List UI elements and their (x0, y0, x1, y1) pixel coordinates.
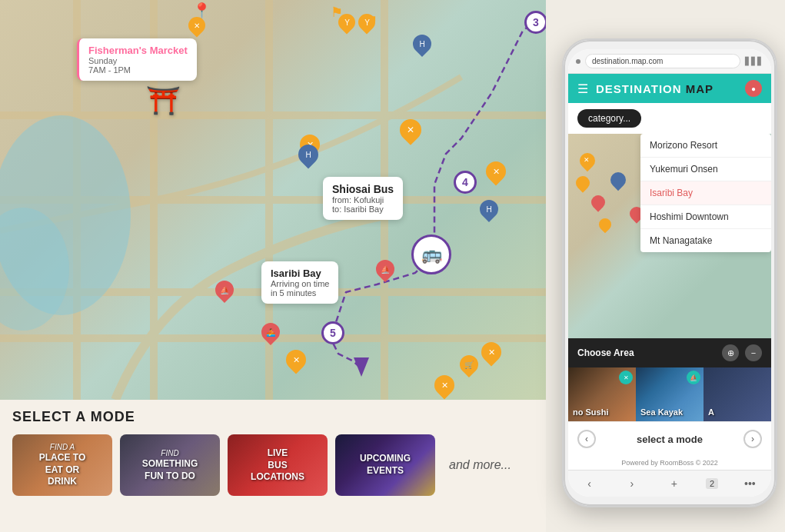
shiosai-title: Shiosai Bus (332, 183, 394, 195)
browser-add-btn[interactable]: + (664, 475, 685, 492)
dropdown-item-morizono[interactable]: Morizono Resort (640, 134, 771, 158)
browser-signal-bars: ▋▋▋ (745, 57, 763, 65)
choose-area-bar: Choose Area ⊕ − (568, 338, 771, 367)
target-icon[interactable]: ⊕ (722, 344, 739, 361)
svg-point-8 (0, 115, 131, 315)
isaribi-sub2: in 5 minutes (271, 288, 329, 298)
app-title-map: MAP (682, 82, 714, 95)
phone-screen: destination.map.com ▋▋▋ ☰ DESTINATION MA… (568, 49, 771, 497)
sushi-label: no Sushi (573, 407, 608, 417)
kayak-label: Sea Kayak (640, 407, 683, 417)
browser-url[interactable]: destination.map.com (585, 54, 740, 68)
mode-card-events[interactable]: UPCOMINGEVENTS (335, 434, 435, 496)
thumb-sushi[interactable]: no Sushi ✕ (568, 367, 636, 421)
map-pin-shop: 🛒 (456, 351, 482, 377)
select-mode-text: select a mode (637, 434, 703, 445)
isaribi-popup: Isaribi Bay Arriving on time in 5 minute… (261, 261, 338, 304)
map-background: ⛩️ Fisherman's Marcket Sunday 7AM - 1PM … (0, 0, 546, 400)
dropdown-item-mt[interactable]: Mt Nanagatake (640, 229, 771, 252)
shiosai-to: to: Isaribi Bay (332, 204, 394, 214)
phone-pin-1: ✕ (577, 150, 598, 171)
route-number-3: 3 (524, 11, 546, 34)
phone-nav-bar: ‹ › + 2 ••• (568, 470, 771, 497)
card-events-label: UPCOMINGEVENTS (360, 453, 411, 477)
svg-marker-10 (354, 357, 369, 377)
map-pin-boat2: ⛵ (372, 256, 398, 282)
select-mode-title: SELECT A MODE (12, 409, 534, 425)
map-pin-food6: ✕ (431, 371, 459, 400)
phone-map: ✕ 🛒 Morizono Resort Yukemuri Onsen Isari… (568, 134, 771, 338)
phone-mockup: destination.map.com ▋▋▋ ☰ DESTINATION MA… (562, 38, 777, 507)
app-title-dest: DESTINATION (596, 82, 682, 95)
map-pin-food7: ✕ (477, 338, 506, 367)
select-mode-prev[interactable]: ‹ (577, 430, 596, 448)
kayak-pin: ⛵ (687, 371, 700, 384)
card-bus-label: LIVEBUS LOCATIONS (251, 447, 304, 484)
bus-icon: 🚌 (411, 234, 451, 274)
map-container: ⛩️ Fisherman's Marcket Sunday 7AM - 1PM … (0, 0, 546, 400)
thumb-kayak[interactable]: Sea Kayak ⛵ (636, 367, 704, 421)
record-icon[interactable]: ● (745, 80, 762, 97)
app-header: ☰ DESTINATION MAP ● (568, 74, 771, 103)
fisherman-title: Fisherman's Marcket (88, 45, 188, 56)
shiosai-from: from: Kofukuji (332, 195, 394, 204)
app-title: DESTINATION MAP (596, 82, 713, 95)
category-row: category... (568, 103, 771, 134)
isaribi-sub: Arriving on time (271, 279, 329, 288)
browser-tab-count[interactable]: 2 (706, 478, 718, 489)
minus-icon[interactable]: − (745, 344, 762, 361)
a-label: A (708, 407, 714, 417)
svg-point-9 (0, 208, 69, 331)
mode-card-eat[interactable]: Find a PLACE TOEAT OR DRINK (12, 434, 112, 496)
map-pin-food4: ✕ (482, 158, 511, 186)
choose-area-label: Choose Area (577, 347, 634, 358)
dropdown-item-yukemuri[interactable]: Yukemuri Onsen (640, 158, 771, 181)
card-fun-label: Find SOMETHINGFUN TO DO (142, 448, 198, 482)
mode-card-bus[interactable]: LIVEBUS LOCATIONS (228, 434, 328, 496)
powered-by: Powered by RoomBoss © 2022 (568, 456, 771, 470)
browser-more-btn[interactable]: ••• (739, 475, 760, 492)
mode-card-fun[interactable]: Find SOMETHINGFUN TO DO (120, 434, 220, 496)
select-mode-bar: ‹ select a mode › (568, 421, 771, 456)
isaribi-title: Isaribi Bay (271, 268, 329, 279)
choose-area-icons: ⊕ − (722, 344, 762, 361)
temple-icon: ⛩️ (146, 85, 181, 117)
fisherman-hours: 7AM - 1PM (88, 65, 188, 75)
browser-signal-icon (576, 59, 580, 64)
phone-pin-red (588, 192, 607, 211)
map-pin-food3: ✕ (395, 115, 426, 145)
hamburger-icon[interactable]: ☰ (577, 81, 588, 96)
map-pin-food5: ✕ (282, 346, 311, 374)
fisherman-popup: Fisherman's Marcket Sunday 7AM - 1PM (77, 38, 197, 81)
thumb-a[interactable]: A (704, 367, 771, 421)
bottom-section: SELECT A MODE Find a PLACE TOEAT OR DRIN… (0, 400, 546, 532)
category-button[interactable]: category... (577, 109, 641, 128)
phone-pin-food (597, 216, 614, 234)
dropdown-item-hoshimi[interactable]: Hoshimi Downtown (640, 205, 771, 229)
card-eat-label: Find a PLACE TOEAT OR DRINK (38, 442, 88, 488)
map-pin-kayak: 🚣 (258, 319, 284, 345)
map-pin-hotel2: H (409, 31, 435, 57)
shiosai-popup: Shiosai Bus from: Kofukuji to: Isaribi B… (323, 177, 403, 220)
select-mode-next[interactable]: › (743, 430, 762, 448)
dropdown-item-isaribi[interactable]: Isaribi Bay (640, 181, 771, 205)
sushi-pin: ✕ (619, 371, 633, 384)
route-number-5: 5 (321, 321, 344, 344)
mode-cards-container: Find a PLACE TOEAT OR DRINK Find SOMETHI… (12, 434, 534, 496)
location-dropdown: Morizono Resort Yukemuri Onsen Isaribi B… (640, 134, 771, 252)
fisherman-day: Sunday (88, 56, 188, 65)
and-more-text: and more... (449, 457, 511, 472)
browser-bar: destination.map.com ▋▋▋ (568, 49, 771, 74)
map-pin-boat: ⛵ (211, 277, 238, 303)
browser-forward-btn[interactable]: › (621, 475, 643, 492)
route-number-4: 4 (454, 171, 477, 194)
phone-pin-hotel (607, 169, 629, 191)
browser-back-btn[interactable]: ‹ (579, 475, 600, 492)
map-pin-hotel3: H (476, 196, 502, 222)
thumbnail-row: no Sushi ✕ Sea Kayak ⛵ A (568, 367, 771, 421)
phone-pin-sm (573, 173, 592, 192)
